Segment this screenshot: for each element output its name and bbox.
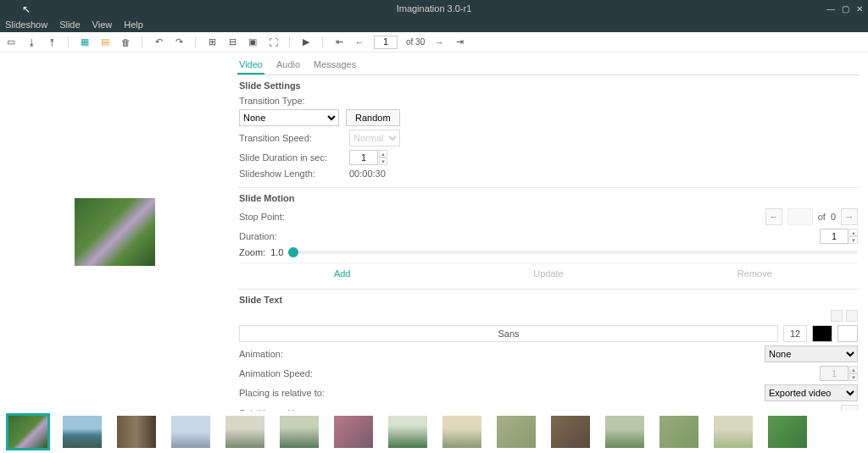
thumbnail[interactable] bbox=[171, 416, 210, 448]
placing-label: Placing is relative to: bbox=[239, 388, 349, 398]
slide-duration-spinner[interactable]: ▲▼ bbox=[349, 150, 387, 165]
stop-prev-button[interactable]: ← bbox=[765, 208, 782, 225]
slideshow-length-label: Slideshow Length: bbox=[239, 168, 349, 179]
play-icon[interactable]: ▶ bbox=[300, 36, 312, 48]
separator bbox=[322, 36, 323, 48]
panel-tabs: Video Audio Messages bbox=[237, 56, 860, 75]
font-name-select[interactable]: Sans bbox=[239, 325, 778, 342]
zoom-label: Zoom: bbox=[239, 247, 265, 257]
next-icon[interactable]: → bbox=[433, 36, 445, 48]
spin-up-icon[interactable]: ▲ bbox=[849, 229, 858, 236]
thumbnail[interactable] bbox=[117, 416, 156, 448]
slide-settings-section: Slide Settings Transition Type: None Ran… bbox=[237, 75, 860, 188]
thumbnail[interactable] bbox=[659, 416, 698, 448]
section-title: Slide Motion bbox=[239, 193, 858, 203]
slider-thumb[interactable] bbox=[288, 247, 298, 257]
minimize-button[interactable]: — bbox=[826, 4, 835, 14]
remove-button[interactable]: Remove bbox=[652, 263, 858, 284]
tab-video[interactable]: Video bbox=[237, 56, 264, 75]
section-title: Slide Settings bbox=[239, 80, 858, 91]
animation-speed-spinner: ▲▼ bbox=[820, 366, 858, 381]
separator bbox=[195, 36, 196, 48]
bg-color-button[interactable] bbox=[837, 325, 858, 342]
slideshow-length-value: 00:00:30 bbox=[349, 168, 386, 179]
save-icon[interactable]: ⭱ bbox=[46, 36, 58, 48]
slide-duration-input[interactable] bbox=[349, 150, 378, 165]
image-icon[interactable]: ▦ bbox=[79, 36, 91, 48]
first-icon[interactable]: ⇤ bbox=[333, 36, 345, 48]
placing-select[interactable]: Exported video bbox=[765, 384, 858, 401]
thumbnail[interactable] bbox=[280, 416, 319, 448]
update-button[interactable]: Update bbox=[445, 263, 651, 284]
spin-down-icon[interactable]: ▼ bbox=[379, 157, 387, 165]
position-button[interactable]: ◉ bbox=[841, 405, 858, 411]
transition-type-select[interactable]: None bbox=[239, 109, 339, 126]
stop-total: 0 bbox=[831, 212, 836, 222]
stop-current-box bbox=[787, 208, 813, 225]
toolbar: ▭ ⭳ ⭱ ▦ ▤ 🗑 ↶ ↷ ⊞ ⊟ ▣ ⛶ ▶ ⇤ ← of 30 → ⇥ bbox=[0, 32, 868, 52]
rotate-right-icon[interactable]: ↷ bbox=[173, 36, 185, 48]
zoom-in-icon[interactable]: ⊞ bbox=[206, 36, 218, 48]
thumbnail[interactable] bbox=[768, 416, 807, 448]
thumbnail[interactable] bbox=[334, 416, 373, 448]
animation-speed-input bbox=[820, 366, 849, 381]
prev-icon[interactable]: ← bbox=[353, 36, 365, 48]
rotate-left-icon[interactable]: ↶ bbox=[153, 36, 164, 48]
section-title: Slide Text bbox=[239, 295, 858, 305]
font-size-select[interactable]: 12 bbox=[783, 325, 807, 342]
animation-label: Animation: bbox=[239, 349, 349, 359]
spin-down-icon: ▼ bbox=[849, 373, 858, 381]
motion-duration-spinner[interactable]: ▲▼ bbox=[820, 229, 858, 244]
subtitle-position-label: Subtitle position: bbox=[239, 408, 349, 411]
fullscreen-icon[interactable]: ⛶ bbox=[267, 36, 279, 48]
last-icon[interactable]: ⇥ bbox=[453, 36, 465, 48]
zoom-value: 1.0 bbox=[270, 247, 283, 257]
cursor-icon: ↖ bbox=[22, 3, 31, 15]
tab-audio[interactable]: Audio bbox=[275, 56, 302, 75]
thumbnail[interactable] bbox=[714, 416, 753, 448]
stop-point-label: Stop Point: bbox=[239, 212, 349, 222]
motion-duration-input[interactable] bbox=[820, 229, 849, 244]
thumbnail[interactable] bbox=[605, 416, 644, 448]
tab-messages[interactable]: Messages bbox=[312, 56, 358, 75]
thumbnail[interactable] bbox=[225, 416, 264, 448]
thumbnail[interactable] bbox=[63, 416, 102, 448]
audio-icon[interactable]: ▤ bbox=[99, 36, 111, 48]
spin-up-icon: ▲ bbox=[849, 366, 858, 373]
menu-slideshow[interactable]: Slideshow bbox=[5, 19, 47, 30]
motion-duration-label: Duration: bbox=[239, 231, 349, 241]
text-tool-button[interactable] bbox=[846, 310, 858, 322]
separator bbox=[142, 36, 142, 48]
properties-panel: Video Audio Messages Slide Settings Tran… bbox=[229, 52, 868, 411]
animation-select[interactable]: None bbox=[765, 345, 858, 362]
open-icon[interactable]: ⭳ bbox=[25, 36, 37, 48]
delete-icon[interactable]: 🗑 bbox=[120, 36, 131, 48]
thumbnail[interactable] bbox=[442, 416, 481, 448]
text-color-button[interactable] bbox=[812, 325, 832, 342]
preview-pane bbox=[0, 52, 229, 411]
zoom-out-icon[interactable]: ⊟ bbox=[226, 36, 238, 48]
transition-speed-label: Transition Speed: bbox=[239, 133, 349, 143]
separator bbox=[68, 36, 69, 48]
zoom-fit-icon[interactable]: ▣ bbox=[247, 36, 259, 48]
close-button[interactable]: ✕ bbox=[856, 4, 863, 14]
spin-down-icon[interactable]: ▼ bbox=[849, 236, 858, 244]
transition-type-label: Transition Type: bbox=[239, 96, 349, 106]
stop-next-button[interactable]: → bbox=[841, 208, 858, 225]
transition-speed-select: Normal bbox=[349, 130, 400, 146]
thumbnail[interactable] bbox=[497, 416, 536, 448]
menu-view[interactable]: View bbox=[92, 19, 113, 30]
thumbnail[interactable] bbox=[551, 416, 590, 448]
add-button[interactable]: Add bbox=[239, 263, 445, 284]
menu-slide[interactable]: Slide bbox=[59, 19, 80, 30]
maximize-button[interactable]: ▢ bbox=[842, 4, 849, 14]
new-icon[interactable]: ▭ bbox=[5, 36, 17, 48]
spin-up-icon[interactable]: ▲ bbox=[379, 150, 387, 157]
menu-help[interactable]: Help bbox=[124, 19, 143, 30]
zoom-slider[interactable] bbox=[288, 251, 858, 254]
random-button[interactable]: Random bbox=[346, 109, 400, 126]
thumbnail[interactable] bbox=[8, 416, 47, 448]
page-input[interactable] bbox=[374, 36, 398, 49]
text-tool-button[interactable] bbox=[831, 310, 843, 322]
thumbnail[interactable] bbox=[388, 416, 427, 448]
